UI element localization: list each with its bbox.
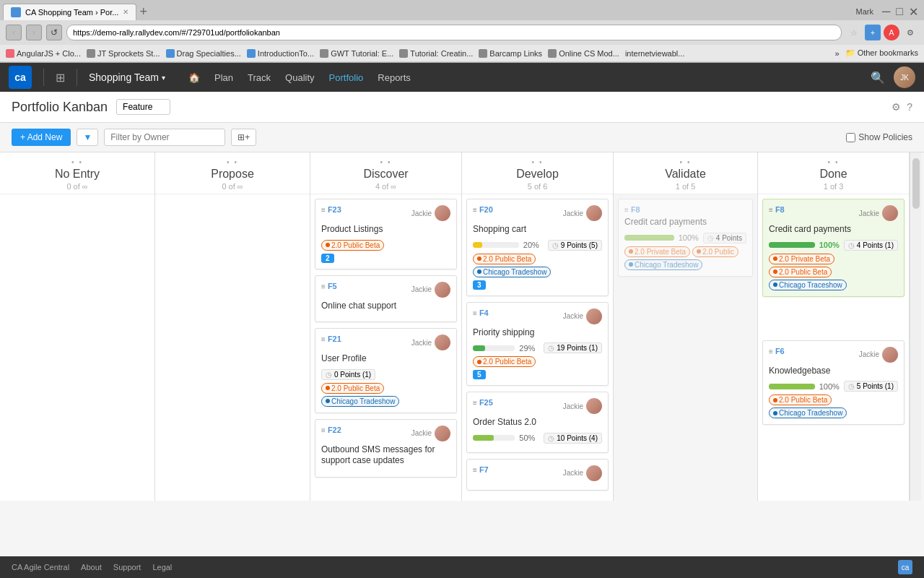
card-f20-progress: 20% ◷ 9 Points (5)	[473, 240, 602, 251]
tag-f8v-private[interactable]: 2.0 Private Beta	[624, 246, 690, 257]
bookmark-other[interactable]: »	[834, 49, 839, 58]
tag-f21-public-beta[interactable]: 2.0 Public Beta	[321, 383, 384, 394]
tag-f8v-public[interactable]: 2.0 Public	[692, 246, 738, 257]
card-f6-header: ≡ F6 Jackie	[769, 347, 898, 363]
nav-home[interactable]: 🏠	[183, 69, 206, 86]
tag-dot	[326, 386, 330, 390]
maximize-button[interactable]: □	[896, 5, 903, 18]
tag-f20-beta[interactable]: 2.0 Public Beta	[473, 254, 536, 264]
scrollbar-thumb[interactable]	[912, 158, 920, 209]
card-f8v-id[interactable]: ≡ F8	[624, 205, 640, 214]
filter-icon: ▼	[83, 132, 92, 142]
nav-quality[interactable]: Quality	[279, 69, 320, 86]
card-f8-validate: ≡ F8 Credit card payments 100% ◷ 4 Point…	[618, 199, 753, 277]
type-select[interactable]: Feature Initiative Theme	[116, 99, 170, 115]
tag-f4-beta[interactable]: 2.0 Public Beta	[473, 356, 536, 367]
card-f8d-tags: 2.0 Private Beta 2.0 Public Beta Chicago…	[769, 254, 898, 290]
add-new-button[interactable]: + Add New	[12, 129, 71, 146]
bookmark-cs[interactable]: Online CS Mod...	[548, 49, 619, 58]
tag-f6-beta[interactable]: 2.0 Public Beta	[769, 394, 832, 405]
app-divider	[43, 69, 44, 86]
tag-f8v-chicago[interactable]: Chicago Tradeshow	[624, 259, 702, 270]
browser-tab[interactable]: CA Shopping Team › Por... ✕	[3, 4, 136, 20]
card-f8d-id[interactable]: ≡ F8	[769, 205, 785, 214]
col-dots-discover: • •	[318, 158, 454, 166]
card-f25-id[interactable]: ≡ F25	[473, 398, 493, 407]
back-button[interactable]: ‹	[6, 25, 22, 40]
card-f5-id[interactable]: ≡ F5	[321, 282, 337, 290]
card-f8v-header: ≡ F8	[624, 205, 746, 214]
progress-label-f8d: 100%	[819, 241, 840, 249]
settings-icon[interactable]: ⚙	[892, 101, 901, 113]
column-done: • • Done 1 of 3 ≡ F8 Jackie Credit card …	[758, 152, 910, 501]
nav-track[interactable]: Track	[242, 69, 276, 86]
card-f4-badge: 5	[473, 370, 486, 379]
nav-reports[interactable]: Reports	[372, 69, 417, 86]
bookmark-drag[interactable]: Drag Specialties...	[166, 49, 241, 58]
reload-button[interactable]: ↺	[46, 25, 62, 40]
card-f5-owner-label: Jackie	[411, 285, 432, 293]
card-f23-id[interactable]: ≡ F23	[321, 205, 341, 214]
nav-portfolio[interactable]: Portfolio	[323, 69, 370, 86]
tag-dot	[477, 360, 481, 364]
ext-icon-2[interactable]: A	[884, 25, 899, 40]
bookmark-intro[interactable]: IntroductionTo...	[247, 49, 314, 58]
address-input[interactable]	[66, 25, 842, 40]
tag-f21-chicago[interactable]: Chicago Tradeshow	[321, 396, 399, 407]
search-icon[interactable]: 🔍	[871, 71, 885, 85]
card-f7-id[interactable]: ≡ F7	[473, 465, 489, 474]
card-f20-tags: 2.0 Public Beta Chicago Tradeshow	[473, 254, 602, 277]
points-badge-f4: ◷ 19 Points (1)	[544, 342, 602, 353]
card-f21-owner-label: Jackie	[411, 339, 432, 347]
tag-f8d-private[interactable]: 2.0 Private Beta	[769, 254, 834, 264]
card-f22-id[interactable]: ≡ F22	[321, 426, 341, 434]
help-icon[interactable]: ?	[907, 101, 912, 113]
nav-plan[interactable]: Plan	[209, 69, 239, 86]
bookmark-barcamp[interactable]: Barcamp Links	[479, 49, 542, 58]
star-icon[interactable]: ☆	[846, 25, 862, 40]
card-f8v-title: Credit card payments	[624, 217, 746, 228]
col-cards-propose	[155, 194, 310, 483]
col-dots-validate: • •	[621, 158, 750, 166]
forward-button[interactable]: ›	[26, 25, 42, 40]
bookmark-other-label[interactable]: 📁 Other bookmarks	[845, 48, 918, 58]
close-window-button[interactable]: ✕	[909, 5, 918, 19]
new-tab-button[interactable]: +	[139, 4, 147, 20]
user-avatar[interactable]: JK	[894, 66, 915, 88]
col-count-validate: 1 of 5	[621, 182, 750, 191]
filter-owner-input[interactable]	[104, 129, 225, 146]
tag-f23-public-beta[interactable]: 2.0 Public Beta	[321, 240, 384, 251]
col-dots-propose: • •	[162, 158, 302, 166]
card-f25-header: ≡ F25 Jackie	[473, 398, 602, 414]
card-f21-tags-row1: ◷ 0 Points (1)	[321, 369, 450, 380]
tag-f20-chicago[interactable]: Chicago Tradeshow	[473, 267, 551, 277]
card-f6-tags: 2.0 Public Beta Chicago Tradeshow	[769, 394, 898, 418]
tag-f6-chicago[interactable]: Chicago Tradeshow	[769, 407, 847, 418]
kanban-scrollbar[interactable]	[910, 152, 921, 501]
toolbar: + Add New ▼ ⊞+ Show Policies	[0, 123, 924, 152]
columns-button[interactable]: ⊞+	[231, 129, 256, 146]
card-f6-id[interactable]: ≡ F6	[769, 347, 785, 355]
bookmark-internet[interactable]: internetviewabl...	[625, 49, 685, 58]
bookmark-jt[interactable]: JT Sprockets St...	[87, 49, 160, 58]
card-f8-done: ≡ F8 Jackie Credit card payments 100% ◷ …	[762, 199, 905, 297]
bookmark-gwt[interactable]: GWT Tutorial: E...	[320, 49, 393, 58]
progress-wrap-f4	[473, 345, 515, 351]
card-f4-id[interactable]: ≡ F4	[473, 309, 489, 317]
show-policies-checkbox[interactable]	[846, 133, 855, 142]
card-f21-id[interactable]: ≡ F21	[321, 335, 341, 343]
bookmark-tutorial[interactable]: Tutorial: Creatin...	[399, 49, 473, 58]
tag-f8d-public[interactable]: 2.0 Public Beta	[769, 267, 832, 277]
ext-icon-1[interactable]: +	[865, 25, 881, 40]
ext-icon-3[interactable]: ⚙	[902, 25, 918, 40]
close-tab-button[interactable]: ✕	[123, 8, 128, 16]
bookmark-angularjs[interactable]: AngularJS + Clo...	[6, 49, 81, 58]
filter-button[interactable]: ▼	[77, 129, 98, 146]
card-f20-id[interactable]: ≡ F20	[473, 205, 493, 214]
minimize-button[interactable]: ─	[882, 5, 890, 18]
card-f4-progress: 29% ◷ 19 Points (1)	[473, 342, 602, 353]
card-f5-title: Online chat support	[321, 301, 450, 312]
progress-bar-f8d	[769, 242, 815, 248]
tag-f8d-chicago[interactable]: Chicago Traceshow	[769, 280, 847, 290]
team-selector[interactable]: Shopping Team ▾	[89, 72, 165, 83]
